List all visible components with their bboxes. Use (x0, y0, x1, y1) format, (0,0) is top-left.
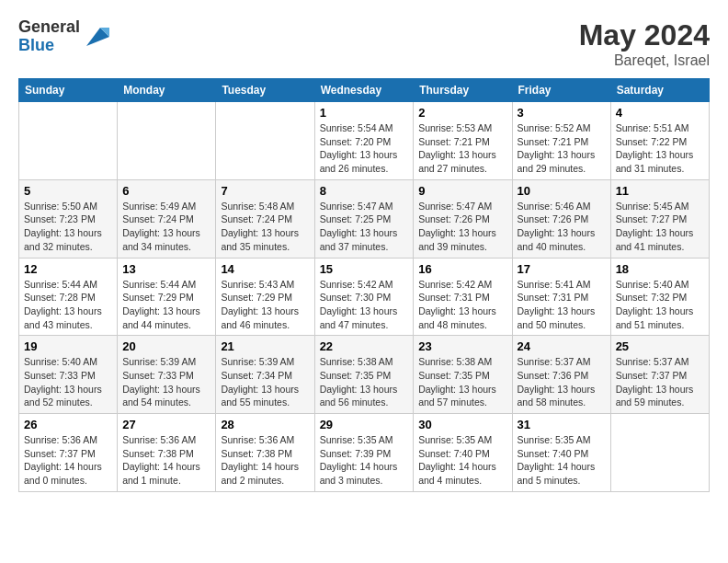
day-number: 6 (122, 184, 210, 198)
calendar-cell: 20Sunrise: 5:39 AM Sunset: 7:33 PM Dayli… (118, 336, 216, 414)
day-number: 21 (221, 339, 309, 353)
day-number: 11 (616, 184, 704, 198)
calendar-cell: 16Sunrise: 5:42 AM Sunset: 7:31 PM Dayli… (414, 258, 512, 336)
day-number: 16 (418, 262, 506, 276)
logo-text: General Blue (18, 18, 80, 55)
week-row-2: 5Sunrise: 5:50 AM Sunset: 7:23 PM Daylig… (19, 179, 710, 258)
calendar-cell: 17Sunrise: 5:41 AM Sunset: 7:31 PM Dayli… (512, 258, 610, 336)
weekday-header-monday: Monday (118, 79, 216, 102)
cell-info: Sunrise: 5:35 AM Sunset: 7:39 PM Dayligh… (320, 433, 409, 488)
day-number: 23 (418, 339, 506, 353)
cell-info: Sunrise: 5:39 AM Sunset: 7:34 PM Dayligh… (221, 355, 309, 409)
cell-info: Sunrise: 5:37 AM Sunset: 7:36 PM Dayligh… (518, 355, 606, 409)
logo-blue: Blue (18, 37, 80, 55)
week-row-1: 1Sunrise: 5:54 AM Sunset: 7:20 PM Daylig… (19, 102, 710, 180)
day-number: 13 (122, 262, 210, 276)
cell-info: Sunrise: 5:43 AM Sunset: 7:29 PM Dayligh… (221, 278, 309, 332)
logo-icon (82, 23, 109, 51)
day-number: 4 (616, 106, 704, 120)
cell-info: Sunrise: 5:38 AM Sunset: 7:35 PM Dayligh… (418, 355, 506, 409)
day-number: 30 (418, 418, 506, 431)
day-number: 15 (320, 262, 409, 276)
day-number: 7 (221, 184, 309, 198)
day-number: 8 (320, 184, 409, 198)
cell-info: Sunrise: 5:46 AM Sunset: 7:26 PM Dayligh… (518, 200, 606, 254)
cell-info: Sunrise: 5:39 AM Sunset: 7:33 PM Dayligh… (122, 355, 210, 409)
calendar-cell: 28Sunrise: 5:36 AM Sunset: 7:38 PM Dayli… (216, 414, 314, 492)
calendar-cell: 9Sunrise: 5:47 AM Sunset: 7:26 PM Daylig… (414, 179, 512, 258)
week-row-3: 12Sunrise: 5:44 AM Sunset: 7:28 PM Dayli… (19, 258, 710, 336)
calendar-cell: 30Sunrise: 5:35 AM Sunset: 7:40 PM Dayli… (414, 414, 512, 492)
cell-info: Sunrise: 5:41 AM Sunset: 7:31 PM Dayligh… (518, 278, 606, 332)
month-year: May 2024 (579, 18, 710, 52)
cell-info: Sunrise: 5:35 AM Sunset: 7:40 PM Dayligh… (518, 433, 606, 488)
day-number: 28 (221, 418, 309, 431)
page-header: General Blue May 2024 Bareqet, Israel (18, 18, 710, 69)
day-number: 19 (24, 339, 112, 353)
calendar-cell (610, 414, 709, 492)
day-number: 18 (616, 262, 704, 276)
calendar-cell: 29Sunrise: 5:35 AM Sunset: 7:39 PM Dayli… (314, 414, 414, 492)
day-number: 22 (320, 339, 409, 353)
calendar-cell: 22Sunrise: 5:38 AM Sunset: 7:35 PM Dayli… (314, 336, 414, 414)
day-number: 31 (518, 418, 606, 431)
day-number: 14 (221, 262, 309, 276)
calendar-cell: 3Sunrise: 5:52 AM Sunset: 7:21 PM Daylig… (512, 102, 610, 180)
cell-info: Sunrise: 5:37 AM Sunset: 7:37 PM Dayligh… (616, 355, 704, 409)
week-row-4: 19Sunrise: 5:40 AM Sunset: 7:33 PM Dayli… (19, 336, 710, 414)
calendar-cell: 8Sunrise: 5:47 AM Sunset: 7:25 PM Daylig… (314, 179, 414, 258)
calendar-cell: 31Sunrise: 5:35 AM Sunset: 7:40 PM Dayli… (512, 414, 610, 492)
calendar-cell: 5Sunrise: 5:50 AM Sunset: 7:23 PM Daylig… (19, 179, 118, 258)
calendar-cell: 1Sunrise: 5:54 AM Sunset: 7:20 PM Daylig… (314, 102, 414, 180)
cell-info: Sunrise: 5:36 AM Sunset: 7:38 PM Dayligh… (122, 433, 210, 488)
cell-info: Sunrise: 5:42 AM Sunset: 7:31 PM Dayligh… (418, 278, 506, 332)
day-number: 25 (616, 339, 704, 353)
location: Bareqet, Israel (579, 52, 710, 69)
cell-info: Sunrise: 5:54 AM Sunset: 7:20 PM Dayligh… (320, 121, 409, 176)
cell-info: Sunrise: 5:53 AM Sunset: 7:21 PM Dayligh… (418, 121, 506, 176)
cell-info: Sunrise: 5:51 AM Sunset: 7:22 PM Dayligh… (616, 121, 704, 176)
calendar-cell: 14Sunrise: 5:43 AM Sunset: 7:29 PM Dayli… (216, 258, 314, 336)
calendar-cell: 4Sunrise: 5:51 AM Sunset: 7:22 PM Daylig… (610, 102, 709, 180)
cell-info: Sunrise: 5:42 AM Sunset: 7:30 PM Dayligh… (320, 278, 409, 332)
calendar-cell: 18Sunrise: 5:40 AM Sunset: 7:32 PM Dayli… (610, 258, 709, 336)
cell-info: Sunrise: 5:36 AM Sunset: 7:37 PM Dayligh… (24, 433, 112, 488)
calendar-cell: 25Sunrise: 5:37 AM Sunset: 7:37 PM Dayli… (610, 336, 709, 414)
calendar-table: SundayMondayTuesdayWednesdayThursdayFrid… (18, 78, 710, 492)
calendar-cell: 27Sunrise: 5:36 AM Sunset: 7:38 PM Dayli… (118, 414, 216, 492)
day-number: 2 (418, 106, 506, 120)
week-row-5: 26Sunrise: 5:36 AM Sunset: 7:37 PM Dayli… (19, 414, 710, 492)
calendar-cell (19, 102, 118, 180)
calendar-cell: 23Sunrise: 5:38 AM Sunset: 7:35 PM Dayli… (414, 336, 512, 414)
weekday-header-saturday: Saturday (610, 79, 709, 102)
day-number: 20 (122, 339, 210, 353)
cell-info: Sunrise: 5:44 AM Sunset: 7:28 PM Dayligh… (24, 278, 112, 332)
calendar-cell: 24Sunrise: 5:37 AM Sunset: 7:36 PM Dayli… (512, 336, 610, 414)
calendar-cell: 7Sunrise: 5:48 AM Sunset: 7:24 PM Daylig… (216, 179, 314, 258)
cell-info: Sunrise: 5:52 AM Sunset: 7:21 PM Dayligh… (518, 121, 606, 176)
day-number: 27 (122, 418, 210, 431)
day-number: 12 (24, 262, 112, 276)
weekday-header-row: SundayMondayTuesdayWednesdayThursdayFrid… (19, 79, 710, 102)
logo: General Blue (18, 18, 109, 55)
cell-info: Sunrise: 5:48 AM Sunset: 7:24 PM Dayligh… (221, 200, 309, 254)
calendar-cell: 6Sunrise: 5:49 AM Sunset: 7:24 PM Daylig… (118, 179, 216, 258)
cell-info: Sunrise: 5:47 AM Sunset: 7:25 PM Dayligh… (320, 200, 409, 254)
cell-info: Sunrise: 5:36 AM Sunset: 7:38 PM Dayligh… (221, 433, 309, 488)
logo-general: General (18, 18, 80, 37)
calendar-cell: 2Sunrise: 5:53 AM Sunset: 7:21 PM Daylig… (414, 102, 512, 180)
calendar-cell: 10Sunrise: 5:46 AM Sunset: 7:26 PM Dayli… (512, 179, 610, 258)
title-block: May 2024 Bareqet, Israel (579, 18, 710, 69)
calendar-cell (118, 102, 216, 180)
calendar-cell: 21Sunrise: 5:39 AM Sunset: 7:34 PM Dayli… (216, 336, 314, 414)
cell-info: Sunrise: 5:45 AM Sunset: 7:27 PM Dayligh… (616, 200, 704, 254)
cell-info: Sunrise: 5:38 AM Sunset: 7:35 PM Dayligh… (320, 355, 409, 409)
day-number: 1 (320, 106, 409, 120)
weekday-header-sunday: Sunday (19, 79, 118, 102)
cell-info: Sunrise: 5:44 AM Sunset: 7:29 PM Dayligh… (122, 278, 210, 332)
weekday-header-thursday: Thursday (414, 79, 512, 102)
day-number: 29 (320, 418, 409, 431)
cell-info: Sunrise: 5:40 AM Sunset: 7:33 PM Dayligh… (24, 355, 112, 409)
day-number: 9 (418, 184, 506, 198)
calendar-cell: 15Sunrise: 5:42 AM Sunset: 7:30 PM Dayli… (314, 258, 414, 336)
